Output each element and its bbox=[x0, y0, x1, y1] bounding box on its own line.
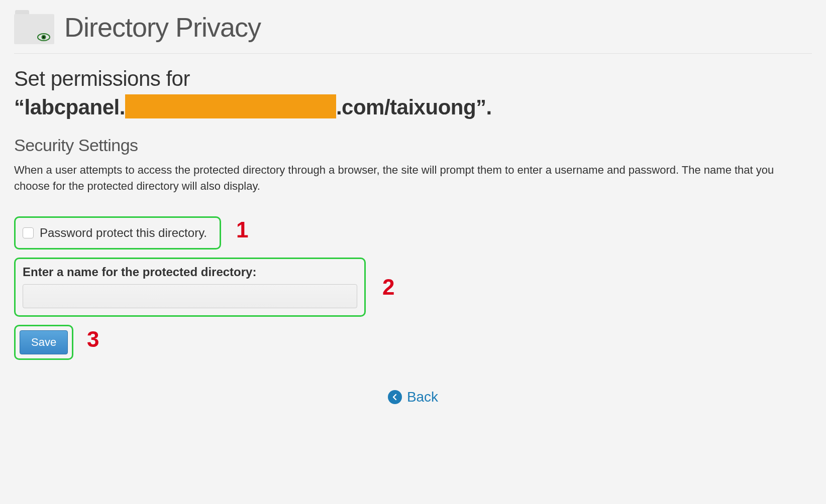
password-protect-label: Password protect this directory. bbox=[40, 226, 207, 240]
permissions-path-post: .com/taixuong”. bbox=[336, 95, 492, 119]
back-link-row: Back bbox=[14, 389, 812, 405]
page-container: Directory Privacy Set permissions for “l… bbox=[0, 0, 826, 415]
annotation-box-1: Password protect this directory. bbox=[14, 216, 221, 249]
redacted-block bbox=[125, 94, 336, 118]
permissions-path-pre: “labcpanel. bbox=[14, 95, 125, 119]
security-settings-desc: When a user attempts to access the prote… bbox=[14, 162, 812, 194]
directory-name-row: Enter a name for the protected directory… bbox=[14, 258, 812, 317]
save-row: Save 3 bbox=[14, 325, 812, 360]
permissions-prefix: Set permissions for bbox=[14, 67, 190, 90]
page-title: Directory Privacy bbox=[64, 12, 261, 43]
page-header: Directory Privacy bbox=[14, 10, 812, 54]
back-link[interactable]: Back bbox=[388, 389, 438, 405]
arrow-left-circle-icon bbox=[388, 390, 402, 404]
directory-name-input[interactable] bbox=[23, 284, 357, 308]
back-label: Back bbox=[407, 389, 438, 405]
annotation-number-2: 2 bbox=[382, 275, 394, 300]
annotation-number-3: 3 bbox=[87, 327, 99, 352]
password-protect-row: Password protect this directory. 1 bbox=[14, 216, 812, 249]
svg-point-2 bbox=[43, 36, 45, 38]
security-settings-title: Security Settings bbox=[14, 136, 812, 155]
checkbox-icon[interactable] bbox=[23, 227, 34, 238]
folder-privacy-icon bbox=[14, 10, 54, 44]
password-protect-checkbox-wrap[interactable]: Password protect this directory. bbox=[23, 226, 213, 240]
annotation-number-1: 1 bbox=[236, 217, 248, 242]
annotation-box-3: Save bbox=[14, 325, 73, 360]
permissions-heading: Set permissions for “labcpanel..com/taix… bbox=[14, 65, 812, 121]
save-button[interactable]: Save bbox=[20, 330, 68, 354]
directory-name-label: Enter a name for the protected directory… bbox=[23, 265, 357, 279]
annotation-box-2: Enter a name for the protected directory… bbox=[14, 258, 366, 317]
